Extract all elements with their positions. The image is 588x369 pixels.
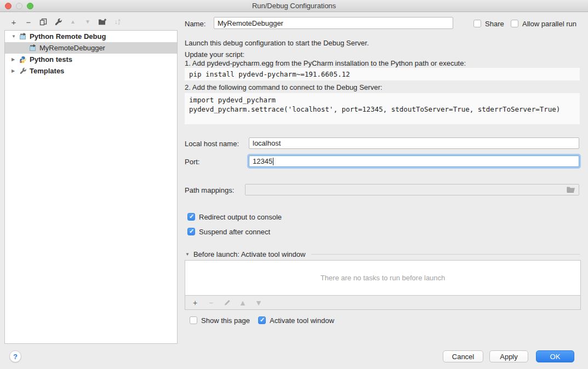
tree-item-templates[interactable]: ▶ Templates <box>5 65 177 77</box>
suspend-after-connect-label: Suspend after connect <box>199 228 270 236</box>
add-configuration-button[interactable]: + <box>9 17 18 27</box>
new-folder-icon[interactable] <box>98 17 107 27</box>
before-launch-toolbar: + − ▲ ▼ <box>185 296 580 309</box>
path-mappings-input[interactable] <box>245 184 579 195</box>
expander-expand-icon[interactable]: ▶ <box>12 68 19 73</box>
before-launch-panel: There are no tasks to run before launch … <box>185 260 581 310</box>
share-label: Share <box>485 20 504 28</box>
run-debug-configurations-dialog: Run/Debug Configurations + − ▲ ▼ ↓az ▼ <box>0 0 588 369</box>
before-launch-task-list[interactable]: There are no tasks to run before launch <box>185 261 580 296</box>
suspend-after-connect-checkbox-group[interactable]: Suspend after connect <box>187 227 270 236</box>
sort-alphabetically-icon[interactable]: ↓az <box>113 17 122 27</box>
edit-task-pencil-icon[interactable] <box>222 298 231 308</box>
title-bar: Run/Debug Configurations <box>0 0 588 12</box>
apply-button[interactable]: Apply <box>489 350 528 362</box>
traffic-lights <box>5 3 33 9</box>
close-window-button[interactable] <box>5 3 12 9</box>
tree-item-python-remote-debug[interactable]: ▼ Python Remote Debug <box>5 31 177 42</box>
settrace-code-block: import pydevd_pycharm pydevd_pycharm.set… <box>185 93 580 124</box>
edit-templates-wrench-icon[interactable] <box>54 17 62 27</box>
allow-parallel-run-checkbox[interactable] <box>511 20 518 27</box>
show-this-page-label: Show this page <box>201 316 250 325</box>
tree-item-label: Python tests <box>30 55 72 64</box>
name-input[interactable]: MyRemoteDebugger <box>214 17 453 29</box>
name-value: MyRemoteDebugger <box>218 19 283 27</box>
empty-tasks-message: There are no tasks to run before launch <box>321 274 446 282</box>
instruction-line-2: Update your script: <box>185 50 244 59</box>
move-down-icon[interactable]: ▼ <box>83 17 92 27</box>
port-value: 12345 <box>253 157 272 165</box>
templates-wrench-icon <box>19 67 27 75</box>
instruction-step-1: 1. Add pydevd-pycharm.egg from the PyCha… <box>185 59 466 67</box>
move-up-icon[interactable]: ▲ <box>68 17 77 27</box>
expander-collapse-icon[interactable]: ▼ <box>12 34 19 39</box>
help-button[interactable]: ? <box>9 350 21 362</box>
window-title: Run/Debug Configurations <box>0 0 588 11</box>
port-label: Port: <box>185 158 199 166</box>
expander-expand-icon[interactable]: ▶ <box>12 57 19 62</box>
tree-item-label: Templates <box>30 67 64 75</box>
python-tests-icon <box>19 56 27 64</box>
redirect-output-checkbox[interactable] <box>187 213 195 221</box>
local-host-name-label: Local host name: <box>185 140 239 148</box>
redirect-output-label: Redirect output to console <box>199 213 282 221</box>
activate-tool-window-checkbox-group[interactable]: Activate tool window <box>258 316 334 325</box>
copy-configuration-icon[interactable] <box>39 17 48 27</box>
section-divider <box>311 254 580 255</box>
move-task-up-icon[interactable]: ▲ <box>238 298 247 308</box>
port-input[interactable]: 12345 <box>249 155 579 167</box>
show-this-page-checkbox[interactable] <box>190 316 197 324</box>
allow-parallel-run-checkbox-group[interactable]: Allow parallel run <box>511 19 576 28</box>
minimize-window-button[interactable] <box>16 3 22 9</box>
collapse-section-icon[interactable]: ▼ <box>185 252 190 257</box>
instruction-line-1: Launch this debug configuration to start… <box>185 39 369 47</box>
local-host-name-value: localhost <box>253 139 281 147</box>
remove-task-button[interactable]: − <box>207 298 215 308</box>
before-launch-title: Before launch: Activate tool window <box>193 250 306 258</box>
browse-folder-icon[interactable] <box>567 186 575 193</box>
remote-debug-config-icon <box>29 44 37 52</box>
activate-tool-window-label: Activate tool window <box>270 316 334 325</box>
allow-parallel-run-label: Allow parallel run <box>522 20 576 28</box>
move-task-down-icon[interactable]: ▼ <box>254 298 263 308</box>
configurations-tree: ▼ Python Remote Debug MyRemoteDebugger ▶… <box>4 30 178 344</box>
suspend-after-connect-checkbox[interactable] <box>187 228 195 235</box>
zoom-window-button[interactable] <box>27 3 33 9</box>
remove-configuration-button[interactable]: − <box>24 17 33 27</box>
tree-item-label: Python Remote Debug <box>30 32 106 41</box>
add-task-button[interactable]: + <box>191 298 199 308</box>
ok-button[interactable]: OK <box>536 350 574 362</box>
redirect-output-checkbox-group[interactable]: Redirect output to console <box>187 212 282 221</box>
tree-item-label: MyRemoteDebugger <box>39 44 105 52</box>
pip-install-code-block: pip install pydevd-pycharm~=191.6605.12 <box>185 68 580 80</box>
cancel-button[interactable]: Cancel <box>443 350 483 362</box>
tree-item-python-tests[interactable]: ▶ Python tests <box>5 54 177 65</box>
share-checkbox[interactable] <box>473 20 481 27</box>
configurations-toolbar: + − ▲ ▼ ↓az <box>9 16 122 27</box>
activate-tool-window-checkbox[interactable] <box>258 316 266 324</box>
instruction-step-2: 2. Add the following command to connect … <box>185 83 383 91</box>
tree-item-myremotedebugger[interactable]: MyRemoteDebugger <box>5 42 177 54</box>
show-this-page-checkbox-group[interactable]: Show this page <box>190 316 250 325</box>
share-checkbox-group[interactable]: Share <box>473 19 504 28</box>
path-mappings-label: Path mappings: <box>185 186 234 194</box>
local-host-name-input[interactable]: localhost <box>249 137 579 149</box>
text-cursor <box>273 158 273 165</box>
name-label: Name: <box>185 20 205 28</box>
before-launch-header[interactable]: ▼ Before launch: Activate tool window <box>185 250 580 258</box>
remote-debug-config-icon <box>19 33 27 41</box>
